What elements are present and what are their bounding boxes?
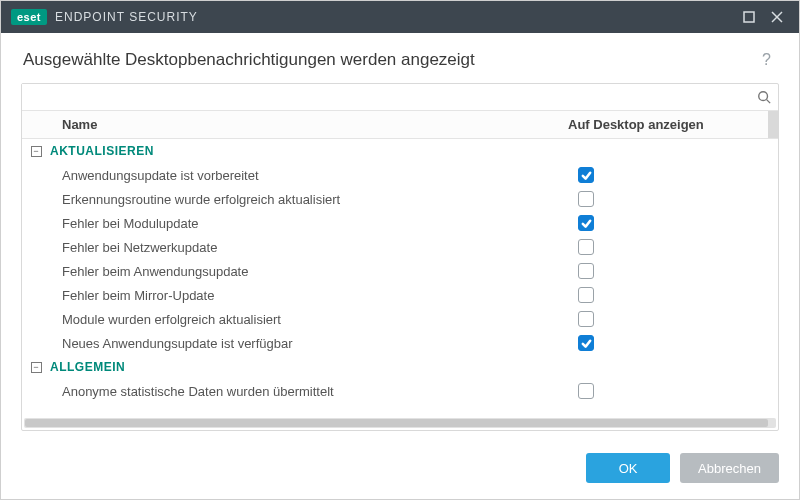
svg-rect-0 [744,12,754,22]
table-header: Name Auf Desktop anzeigen [22,111,778,139]
notification-name: Anonyme statistische Daten wurden übermi… [50,384,578,399]
search-icon [757,90,771,104]
collapse-toggle[interactable]: − [22,362,50,373]
show-on-desktop-checkbox[interactable] [578,311,594,327]
brand-name: ENDPOINT SECURITY [55,10,198,24]
vertical-scrollbar-header [768,111,778,138]
show-on-desktop-checkbox[interactable] [578,335,594,351]
notification-name: Fehler beim Mirror-Update [50,288,578,303]
close-icon [771,11,783,23]
table-row: Fehler bei Modulupdate [22,211,778,235]
horizontal-scrollbar-thumb[interactable] [25,419,768,427]
minimize-icon [743,11,755,23]
notification-name: Fehler bei Netzwerkupdate [50,240,578,255]
table-row: Fehler beim Mirror-Update [22,283,778,307]
titlebar: eset ENDPOINT SECURITY [1,1,799,33]
group-row-aktualisieren: −AKTUALISIEREN [22,139,778,163]
check-icon [581,338,592,349]
notification-name: Erkennungsroutine wurde erfolgreich aktu… [50,192,578,207]
show-on-desktop-checkbox[interactable] [578,215,594,231]
column-header-show-on-desktop[interactable]: Auf Desktop anzeigen [568,117,768,132]
table-row: Neues Anwendungsupdate ist verfügbar [22,331,778,355]
minus-icon: − [31,146,42,157]
brand-badge: eset [11,9,47,25]
show-on-desktop-checkbox[interactable] [578,383,594,399]
table-row: Module wurden erfolgreich aktualisiert [22,307,778,331]
notifications-panel: Name Auf Desktop anzeigen −AKTUALISIEREN… [21,83,779,431]
help-icon: ? [762,51,771,68]
group-row-allgemein: −ALLGEMEIN [22,355,778,379]
notification-name: Neues Anwendungsupdate ist verfügbar [50,336,578,351]
dialog-footer: OK Abbrechen [1,441,799,499]
page-header: Ausgewählte Desktopbenachrichtigungen we… [1,33,799,83]
notification-name: Anwendungsupdate ist vorbereitet [50,168,578,183]
collapse-toggle[interactable]: − [22,146,50,157]
search-input[interactable] [22,84,750,110]
table-row: Anonyme statistische Daten wurden übermi… [22,379,778,403]
minimize-button[interactable] [735,3,763,31]
search-button[interactable] [750,84,778,110]
group-label: AKTUALISIEREN [50,144,154,158]
show-on-desktop-checkbox[interactable] [578,191,594,207]
show-on-desktop-checkbox[interactable] [578,167,594,183]
horizontal-scrollbar[interactable] [24,418,776,428]
table-row: Erkennungsroutine wurde erfolgreich aktu… [22,187,778,211]
search-bar [22,84,778,111]
check-icon [581,170,592,181]
page-title: Ausgewählte Desktopbenachrichtigungen we… [23,50,475,70]
check-icon [581,218,592,229]
show-on-desktop-checkbox[interactable] [578,263,594,279]
close-button[interactable] [763,3,791,31]
notification-name: Module wurden erfolgreich aktualisiert [50,312,578,327]
notification-name: Fehler bei Modulupdate [50,216,578,231]
table-row: Fehler beim Anwendungsupdate [22,259,778,283]
svg-point-3 [759,92,768,101]
column-header-name[interactable]: Name [50,117,568,132]
table-row: Anwendungsupdate ist vorbereitet [22,163,778,187]
table-row: Fehler bei Netzwerkupdate [22,235,778,259]
show-on-desktop-checkbox[interactable] [578,239,594,255]
show-on-desktop-checkbox[interactable] [578,287,594,303]
help-button[interactable]: ? [756,47,777,73]
svg-line-4 [767,100,771,104]
minus-icon: − [31,362,42,373]
group-label: ALLGEMEIN [50,360,125,374]
notification-name: Fehler beim Anwendungsupdate [50,264,578,279]
table-body[interactable]: −AKTUALISIERENAnwendungsupdate ist vorbe… [22,139,778,418]
cancel-button[interactable]: Abbrechen [680,453,779,483]
app-window: eset ENDPOINT SECURITY Ausgewählte Deskt… [0,0,800,500]
ok-button[interactable]: OK [586,453,670,483]
